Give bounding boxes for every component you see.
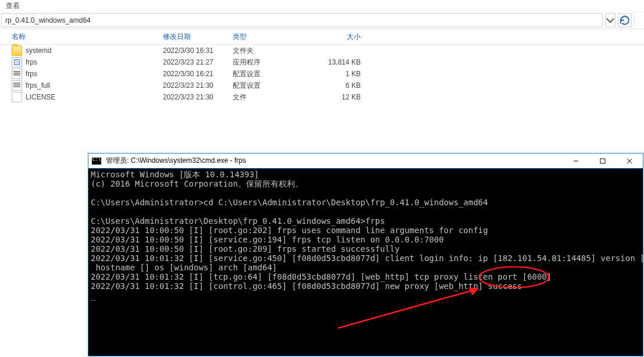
address-dropdown-icon[interactable]: [605, 13, 615, 27]
cmd-titlebar[interactable]: 管理员: C:\Windows\system32\cmd.exe - frps: [88, 153, 643, 169]
cmd-title: 管理员: C:\Windows\system32\cmd.exe - frps: [105, 156, 563, 166]
list-item[interactable]: LICENSE 2022/3/23 21:30 文件 12 KB: [12, 91, 644, 103]
list-item[interactable]: systemd 2022/3/30 16:31 文件夹: [12, 45, 644, 56]
text-file-icon: [12, 92, 22, 102]
ribbon-tab-row: 查看: [0, 0, 644, 12]
address-path[interactable]: rp_0.41.0_windows_amd64: [1, 13, 603, 27]
search-box-fragment[interactable]: [634, 14, 643, 27]
file-type: 应用程序: [233, 58, 303, 67]
file-size: 12 KB: [303, 93, 361, 101]
file-name: frps: [26, 58, 37, 66]
file-date: 2022/3/30 16:21: [163, 70, 233, 78]
file-name: LICENSE: [26, 93, 55, 101]
refresh-icon[interactable]: [618, 13, 632, 27]
column-headers: 名称 修改日期 类型 大小: [0, 29, 644, 45]
file-size: 13,814 KB: [303, 58, 361, 66]
file-name: frps: [26, 70, 37, 78]
address-bar: rp_0.41.0_windows_amd64: [0, 12, 644, 29]
file-size: 1 KB: [303, 70, 361, 78]
config-icon: [12, 69, 22, 79]
file-date: 2022/3/23 21:27: [163, 58, 233, 66]
ribbon-tab-view[interactable]: 查看: [0, 0, 26, 12]
cmd-window: 管理员: C:\Windows\system32\cmd.exe - frps …: [88, 153, 643, 356]
file-size: 6 KB: [303, 81, 361, 90]
maximize-button[interactable]: [589, 153, 616, 168]
col-name[interactable]: 名称: [12, 32, 163, 42]
config-icon: [12, 80, 22, 91]
close-button[interactable]: [616, 153, 643, 168]
file-list: systemd 2022/3/30 16:31 文件夹 frps 2022/3/…: [0, 45, 644, 103]
cmd-icon: [92, 158, 101, 165]
file-type: 配置设置: [233, 81, 303, 91]
file-name: systemd: [26, 47, 52, 55]
file-date: 2022/3/23 21:30: [163, 93, 233, 101]
cmd-output[interactable]: Microsoft Windows [版本 10.0.14393] (c) 20…: [88, 169, 643, 356]
list-item[interactable]: frps 2022/3/23 21:27 应用程序 13,814 KB: [12, 56, 644, 68]
col-type[interactable]: 类型: [233, 32, 303, 42]
file-date: 2022/3/30 16:31: [163, 47, 233, 55]
file-date: 2022/3/23 21:30: [163, 81, 233, 90]
svg-rect-0: [600, 159, 605, 163]
file-type: 配置设置: [233, 69, 303, 79]
minimize-button[interactable]: [563, 153, 589, 168]
folder-icon: [12, 45, 22, 56]
file-type: 文件夹: [233, 46, 303, 56]
col-date[interactable]: 修改日期: [163, 32, 233, 42]
col-size[interactable]: 大小: [303, 32, 361, 42]
list-item[interactable]: frps_full 2022/3/23 21:30 配置设置 6 KB: [12, 80, 644, 91]
file-type: 文件: [233, 92, 303, 102]
exe-icon: [12, 57, 22, 67]
file-name: frps_full: [26, 81, 50, 90]
list-item[interactable]: frps 2022/3/30 16:21 配置设置 1 KB: [12, 68, 644, 80]
